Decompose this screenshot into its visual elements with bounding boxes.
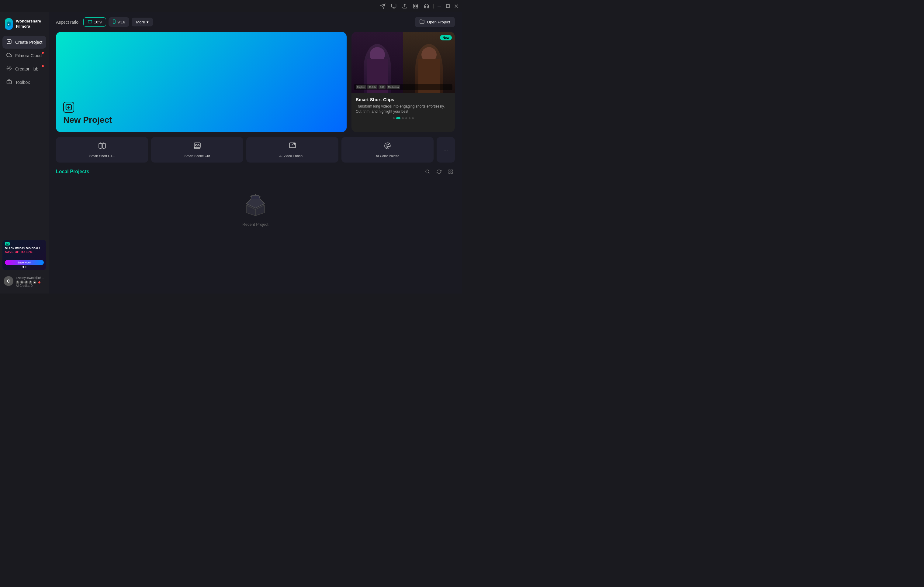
ad-content: AI BLACK FRIDAY BIG DEAL! SAVE UP TO 30%… [2, 240, 46, 270]
create-project-icon [6, 39, 12, 46]
sidebar-item-label-creator: Creator Hub [15, 67, 38, 71]
sidebar-item-label-create: Create Project [15, 40, 42, 44]
new-project-plus-icon [63, 102, 74, 113]
svg-point-21 [386, 146, 386, 146]
featured-description: Transform long videos into engaging shor… [356, 104, 450, 114]
monitor-small-icon [88, 20, 92, 24]
folder-icon [419, 20, 424, 25]
svg-rect-12 [88, 20, 92, 23]
tool-smart-short-clips[interactable]: Smart Short Cli... [56, 137, 148, 163]
refresh-projects-button[interactable] [435, 168, 443, 176]
svg-point-30 [260, 196, 261, 197]
title-bar [0, 0, 462, 12]
local-projects-actions [423, 168, 455, 176]
empty-box-icon [243, 193, 267, 217]
window-controls [437, 4, 459, 8]
aspect-9-16-button[interactable]: 9:16 [109, 17, 129, 27]
ad-save-button[interactable]: Save Now! [5, 260, 44, 265]
local-projects-title: Local Projects [56, 169, 89, 174]
more-aspect-button[interactable]: More ▾ [132, 18, 153, 26]
smart-scene-cut-label: Smart Scene Cut [185, 154, 210, 158]
sidebar-item-toolbox[interactable]: Toolbox [2, 76, 46, 89]
credits-notification-dot [38, 281, 40, 283]
app-name: Wondershare Filmora [16, 19, 44, 29]
sidebar-ad-banner[interactable]: AI BLACK FRIDAY BIG DEAL! SAVE UP TO 30%… [2, 240, 46, 270]
tool-smart-scene-cut[interactable]: Smart Scene Cut [151, 137, 243, 163]
tool-ai-color-palette[interactable]: AI Color Palette [342, 137, 434, 163]
featured-card: New English 30-60s 9:16 Marketing Smart … [351, 32, 455, 132]
close-button[interactable] [454, 4, 459, 8]
search-projects-button[interactable] [423, 168, 432, 176]
new-project-title: New Project [63, 115, 339, 125]
featured-pagination-dots [356, 117, 450, 119]
main-content: Aspect ratio: 16:9 9:16 [49, 12, 462, 294]
credits-text: AI Credits: 0 [16, 284, 45, 288]
aspect-ratio-label: Aspect ratio: [56, 20, 80, 25]
feat-dot-1 [393, 117, 394, 119]
svg-point-29 [255, 194, 256, 195]
app-body: Wondershare Filmora Create Project [0, 12, 462, 294]
svg-rect-4 [416, 7, 418, 8]
sidebar-item-create-project[interactable]: Create Project [2, 36, 46, 49]
svg-point-22 [386, 144, 387, 145]
smart-short-clips-label: Smart Short Cli... [89, 154, 115, 158]
svg-rect-25 [449, 170, 450, 171]
svg-rect-13 [113, 20, 115, 23]
toolbar: Aspect ratio: 16:9 9:16 [56, 17, 455, 27]
ad-dot-1 [23, 266, 24, 268]
mobile-icon [113, 20, 116, 25]
open-project-button[interactable]: Open Project [415, 17, 455, 27]
svg-rect-1 [414, 4, 415, 5]
featured-info: Smart Short Clips Transform long videos … [351, 93, 455, 123]
featured-image: New English 30-60s 9:16 Marketing [351, 32, 455, 93]
more-label: More [136, 20, 145, 24]
ad-subtitle: SAVE UP TO 30% [5, 250, 44, 254]
aspect-16-9-button[interactable]: 16:9 [83, 17, 106, 27]
svg-point-10 [8, 68, 10, 69]
svg-point-31 [251, 196, 251, 197]
maximize-button[interactable] [446, 4, 450, 8]
ad-title: BLACK FRIDAY BIG DEAL! [5, 247, 44, 250]
svg-point-18 [195, 144, 197, 146]
user-credits-row: ⚙ ⚙ ⚙ ⚙ ▶ [16, 280, 45, 284]
sidebar-item-label-toolbox: Toolbox [15, 80, 30, 85]
tool-ai-video-enhance[interactable]: AI Video Enhan... [246, 137, 338, 163]
share-icon[interactable] [380, 3, 386, 9]
headset-icon[interactable] [424, 3, 430, 9]
list-view-button[interactable] [446, 168, 455, 176]
feat-dot-5 [409, 117, 411, 119]
monitor-icon[interactable] [391, 3, 397, 9]
credit-icon-1: ⚙ [16, 280, 20, 284]
credit-icon-4: ⚙ [28, 280, 32, 284]
svg-point-24 [426, 170, 429, 173]
minimize-button[interactable] [437, 4, 442, 8]
featured-title: Smart Short Clips [356, 97, 450, 102]
empty-state: Recent Project [56, 181, 455, 239]
svg-point-23 [388, 144, 389, 145]
ai-color-palette-icon [384, 142, 392, 151]
svg-rect-15 [99, 143, 102, 148]
credit-icons: ⚙ ⚙ ⚙ ⚙ ▶ [16, 280, 36, 284]
open-project-label: Open Project [427, 20, 450, 24]
tool-more-button[interactable]: ··· [437, 137, 455, 163]
credit-icon-3: ⚙ [24, 280, 28, 284]
grid-icon[interactable] [412, 3, 419, 9]
creator-hub-notification-dot [42, 65, 44, 67]
empty-state-label: Recent Project [243, 222, 268, 227]
user-profile[interactable]: C ezeonyenwechijioke@gmai... ⚙ ⚙ ⚙ ⚙ ▶ A… [0, 273, 49, 291]
svg-rect-0 [392, 4, 396, 7]
sidebar-item-creator-hub[interactable]: Creator Hub [2, 62, 46, 76]
smart-scene-cut-icon [193, 142, 201, 151]
svg-rect-27 [449, 172, 450, 173]
filmora-cloud-icon [6, 52, 12, 59]
new-project-card[interactable]: New Project [56, 32, 346, 132]
sidebar-item-filmora-cloud[interactable]: Filmora Cloud [2, 49, 46, 62]
feat-dot-3 [402, 117, 404, 119]
ad-badge: AI [5, 242, 10, 245]
app-logo: Wondershare Filmora [0, 15, 49, 36]
ad-badge-row: AI [5, 242, 44, 245]
logo-icon [5, 18, 13, 30]
upload-icon[interactable] [402, 3, 408, 9]
ai-video-enhance-icon [289, 142, 297, 151]
sidebar-item-label-cloud: Filmora Cloud [15, 53, 42, 58]
